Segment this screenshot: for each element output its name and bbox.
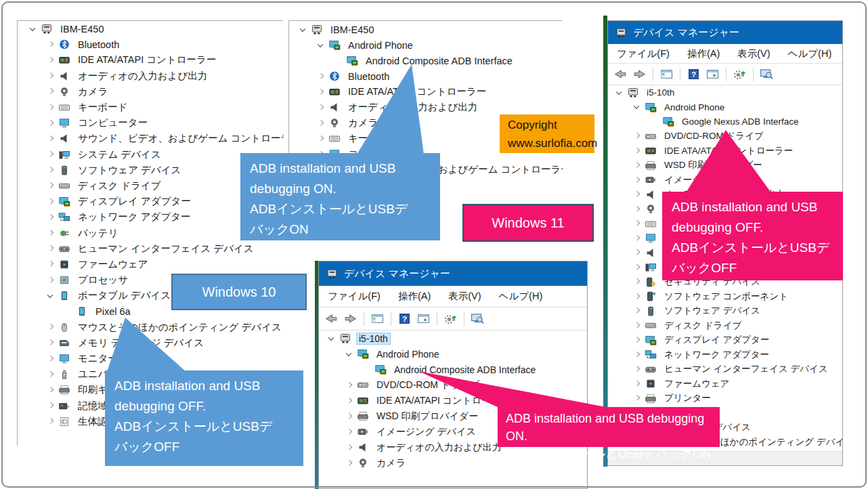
chevron-right-icon[interactable]	[631, 304, 645, 319]
chevron-right-icon[interactable]	[631, 260, 645, 275]
chevron-right-icon[interactable]	[631, 188, 645, 203]
chevron-down-icon[interactable]	[343, 346, 357, 362]
chevron-right-icon[interactable]	[45, 84, 58, 100]
tree-item[interactable]: ヒューマン インターフェイス デバイス	[608, 362, 842, 377]
chevron-right-icon[interactable]	[631, 347, 645, 362]
chevron-right-icon[interactable]	[45, 115, 58, 131]
device-search-icon[interactable]	[760, 68, 774, 80]
tree-item[interactable]: i5-10th	[608, 85, 842, 100]
tree-item[interactable]: ディスク ドライブ	[608, 318, 842, 333]
tree-item[interactable]: オーディオの入力および出力	[289, 100, 563, 115]
chevron-down-icon[interactable]	[297, 22, 311, 37]
tree-item[interactable]: キーボード	[18, 100, 284, 115]
chevron-right-icon[interactable]	[45, 100, 58, 115]
chevron-right-icon[interactable]	[631, 391, 645, 406]
chevron-right-icon[interactable]	[45, 320, 58, 335]
chevron-right-icon[interactable]	[631, 231, 645, 246]
chevron-right-icon[interactable]	[45, 414, 58, 429]
chevron-right-icon[interactable]	[315, 115, 328, 131]
menu-file[interactable]: ファイル(F)	[617, 47, 670, 60]
tree-item[interactable]: IDE ATA/ATAPI コントローラー	[608, 144, 842, 158]
chevron-right-icon[interactable]	[45, 37, 58, 52]
chevron-right-icon[interactable]	[45, 194, 58, 209]
tree-item[interactable]: モニター	[18, 351, 284, 366]
tree-item[interactable]: Google Nexus ADB Interface	[608, 114, 842, 129]
chevron-right-icon[interactable]	[45, 335, 58, 351]
tree-item[interactable]: Android Phone	[608, 100, 842, 115]
tree-item[interactable]: カメラ	[18, 84, 284, 100]
tree-item[interactable]: IBM-E450	[18, 21, 284, 37]
chevron-right-icon[interactable]	[45, 398, 58, 414]
tree-item[interactable]: IDE ATA/ATAPI コントローラー	[18, 52, 284, 68]
chevron-right-icon[interactable]	[631, 377, 645, 391]
chevron-right-icon[interactable]	[45, 351, 58, 366]
chevron-right-icon[interactable]	[631, 318, 645, 333]
console-tree-icon[interactable]	[659, 68, 674, 80]
back-arrow-icon[interactable]	[324, 313, 339, 324]
tree-item[interactable]: Bluetooth	[18, 37, 284, 52]
chevron-down-icon[interactable]	[631, 100, 645, 115]
chevron-down-icon[interactable]	[27, 21, 41, 37]
chevron-right-icon[interactable]	[343, 424, 357, 440]
chevron-right-icon[interactable]	[45, 257, 58, 272]
tree-item[interactable]: Android Composite ADB Interface	[289, 53, 563, 68]
tree-item[interactable]: ディスプレイ アダプター	[608, 333, 842, 348]
tree-item[interactable]: ファームウェア	[18, 257, 284, 272]
action-pane-icon[interactable]	[706, 68, 720, 80]
tree-item[interactable]: ソフトウェア デバイス	[608, 304, 842, 319]
tree-item[interactable]: メモリ テクノロジ デバイス	[18, 335, 284, 351]
menu-help[interactable]: ヘルプ(H)	[499, 290, 543, 303]
menu-action[interactable]: 操作(A)	[398, 290, 431, 303]
tree-item[interactable]: ファームウェア	[608, 377, 842, 391]
menu-view[interactable]: 表示(V)	[448, 290, 481, 303]
back-arrow-icon[interactable]	[613, 68, 628, 80]
chevron-right-icon[interactable]	[631, 217, 645, 232]
chevron-right-icon[interactable]	[45, 241, 58, 257]
chevron-right-icon[interactable]	[343, 393, 357, 408]
chevron-right-icon[interactable]	[631, 173, 645, 188]
action-pane-icon[interactable]	[416, 313, 431, 324]
tree-item[interactable]: コンピューター	[18, 115, 284, 131]
chevron-down-icon[interactable]	[613, 85, 627, 100]
help-icon[interactable]: ?	[687, 68, 701, 80]
forward-arrow-icon[interactable]	[632, 68, 647, 80]
menu-action[interactable]: 操作(A)	[687, 47, 720, 60]
chevron-down-icon[interactable]	[315, 37, 328, 53]
chevron-right-icon[interactable]	[45, 52, 58, 68]
menu-help[interactable]: ヘルプ(H)	[788, 47, 832, 60]
chevron-right-icon[interactable]	[315, 68, 328, 84]
tree-item[interactable]: Android Composite ADB Interface	[319, 362, 587, 377]
tree-item[interactable]: IBM-E450	[289, 22, 563, 37]
title-bar[interactable]: デバイス マネージャー	[319, 261, 587, 286]
chevron-right-icon[interactable]	[631, 333, 645, 348]
tree-item[interactable]: ヒューマン インターフェイス デバイス	[18, 241, 284, 257]
chevron-right-icon[interactable]	[45, 225, 58, 240]
tree-item[interactable]: i5-10th	[319, 331, 587, 346]
chevron-right-icon[interactable]	[45, 272, 58, 288]
tree-item[interactable]: プリンター	[608, 391, 842, 406]
chevron-right-icon[interactable]	[45, 147, 58, 163]
chevron-right-icon[interactable]	[631, 129, 645, 144]
title-bar[interactable]: デバイス マネージャー	[608, 21, 842, 44]
tree-item[interactable]: Bluetooth	[289, 68, 563, 84]
console-tree-icon[interactable]	[370, 313, 385, 324]
forward-arrow-icon[interactable]	[343, 313, 357, 324]
chevron-right-icon[interactable]	[343, 455, 357, 471]
tree-item[interactable]: ソフトウェア コンポーネント	[608, 289, 842, 304]
chevron-right-icon[interactable]	[45, 163, 58, 178]
tree-item[interactable]: オーディオの入力および出力	[18, 68, 284, 84]
tree-item[interactable]: DVD/CD-ROM ドライブ	[608, 129, 842, 144]
chevron-right-icon[interactable]	[315, 100, 328, 115]
scan-hardware-icon[interactable]	[443, 313, 458, 324]
chevron-right-icon[interactable]	[45, 178, 58, 194]
chevron-right-icon[interactable]	[631, 144, 645, 158]
chevron-right-icon[interactable]	[45, 382, 58, 398]
chevron-down-icon[interactable]	[45, 288, 58, 303]
chevron-right-icon[interactable]	[631, 202, 645, 217]
chevron-right-icon[interactable]	[343, 408, 357, 424]
menu-view[interactable]: 表示(V)	[737, 47, 770, 60]
tree-item[interactable]: DVD/CD-ROM ドライブ	[319, 377, 587, 393]
tree-item[interactable]: Android Phone	[319, 346, 587, 362]
scan-hardware-icon[interactable]	[733, 68, 747, 80]
tree-item[interactable]: ネットワーク アダプター	[608, 347, 842, 362]
